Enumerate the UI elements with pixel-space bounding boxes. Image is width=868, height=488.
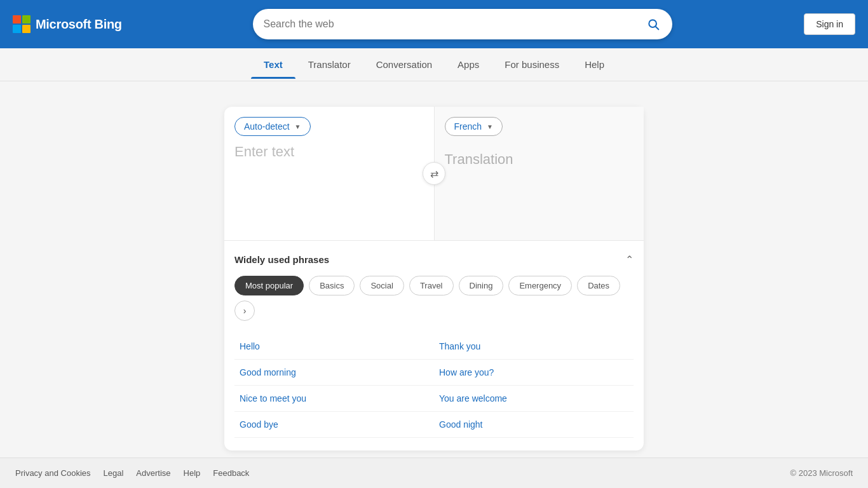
tab-conversation[interactable]: Conversation (363, 50, 445, 79)
footer-copyright: © 2023 Microsoft (790, 468, 853, 478)
phrase-how-are-you[interactable]: How are you? (434, 360, 634, 386)
footer-feedback[interactable]: Feedback (213, 468, 249, 478)
phrases-section: Widely used phrases ⌃ Most popular Basic… (224, 241, 644, 451)
chip-dining[interactable]: Dining (459, 276, 504, 295)
nav-tabs: Text Translator Conversation Apps For bu… (0, 48, 868, 81)
collapse-icon[interactable]: ⌃ (625, 254, 634, 266)
footer-legal[interactable]: Legal (104, 468, 124, 478)
logo-square-yellow (22, 25, 31, 33)
footer-help[interactable]: Help (184, 468, 201, 478)
source-textarea[interactable] (234, 144, 424, 220)
header: Microsoft Bing Sign in (0, 0, 868, 48)
chip-emergency[interactable]: Emergency (508, 276, 572, 295)
chip-most-popular[interactable]: Most popular (234, 276, 304, 295)
search-bar-wrapper (122, 9, 804, 39)
logo-text: Microsoft Bing (36, 17, 122, 32)
phrases-title: Widely used phrases (234, 254, 329, 265)
phrase-good-night[interactable]: Good night (434, 412, 634, 438)
target-chevron-icon: ▼ (487, 123, 493, 130)
tab-for-business[interactable]: For business (492, 50, 572, 79)
phrase-hello[interactable]: Hello (234, 334, 434, 360)
translation-area: Auto-detect ▼ ⇄ French ▼ Translation (224, 107, 644, 241)
phrase-chips: Most popular Basics Social Travel Dining… (234, 276, 634, 321)
source-language-selector[interactable]: Auto-detect ▼ (234, 117, 311, 136)
translation-text-wrapper: Translation (445, 136, 634, 227)
target-language-selector[interactable]: French ▼ (445, 117, 503, 136)
search-input[interactable] (263, 18, 644, 30)
logo-square-blue (13, 25, 21, 33)
phrase-nice-to-meet-you[interactable]: Nice to meet you (234, 386, 434, 412)
target-panel: French ▼ Translation (435, 107, 644, 240)
bing-logo-squares (13, 15, 31, 33)
footer-advertise[interactable]: Advertise (136, 468, 170, 478)
logo-link[interactable]: Microsoft Bing (13, 15, 122, 33)
tab-apps[interactable]: Apps (445, 50, 492, 79)
chip-more-button[interactable]: › (234, 301, 255, 321)
search-bar (253, 9, 672, 39)
tab-translator[interactable]: Translator (295, 50, 363, 79)
footer-privacy[interactable]: Privacy and Cookies (15, 468, 91, 478)
footer-links: Privacy and Cookies Legal Advertise Help… (15, 468, 249, 478)
translator-card: Auto-detect ▼ ⇄ French ▼ Translation (224, 107, 644, 451)
svg-line-1 (656, 27, 659, 29)
target-lang-label: French (454, 121, 482, 132)
svg-point-0 (649, 20, 657, 27)
footer: Privacy and Cookies Legal Advertise Help… (0, 458, 868, 488)
logo-square-green (22, 15, 31, 24)
source-chevron-icon: ▼ (295, 123, 301, 130)
phrases-header: Widely used phrases ⌃ (234, 254, 634, 266)
main-content: Auto-detect ▼ ⇄ French ▼ Translation (0, 81, 868, 463)
phrase-good-bye[interactable]: Good bye (234, 412, 434, 438)
chip-dates[interactable]: Dates (577, 276, 620, 295)
search-icon (647, 18, 660, 30)
phrase-you-are-welcome[interactable]: You are welcome (434, 386, 634, 412)
swap-languages-button[interactable]: ⇄ (423, 162, 445, 185)
chip-social[interactable]: Social (360, 276, 403, 295)
tab-help[interactable]: Help (572, 50, 617, 79)
logo-square-red (13, 15, 21, 24)
swap-icon: ⇄ (430, 168, 438, 180)
sign-in-button[interactable]: Sign in (804, 13, 855, 35)
chip-basics[interactable]: Basics (309, 276, 355, 295)
phrase-good-morning[interactable]: Good morning (234, 360, 434, 386)
tab-text[interactable]: Text (251, 50, 295, 79)
source-lang-label: Auto-detect (244, 121, 290, 132)
phrase-list: Hello Thank you Good morning How are you… (234, 334, 634, 438)
translation-output: Translation (445, 144, 634, 220)
source-panel: Auto-detect ▼ (224, 107, 435, 240)
source-text-wrapper (234, 136, 424, 230)
search-button[interactable] (644, 15, 662, 33)
phrase-thank-you[interactable]: Thank you (434, 334, 634, 360)
chip-travel[interactable]: Travel (409, 276, 454, 295)
